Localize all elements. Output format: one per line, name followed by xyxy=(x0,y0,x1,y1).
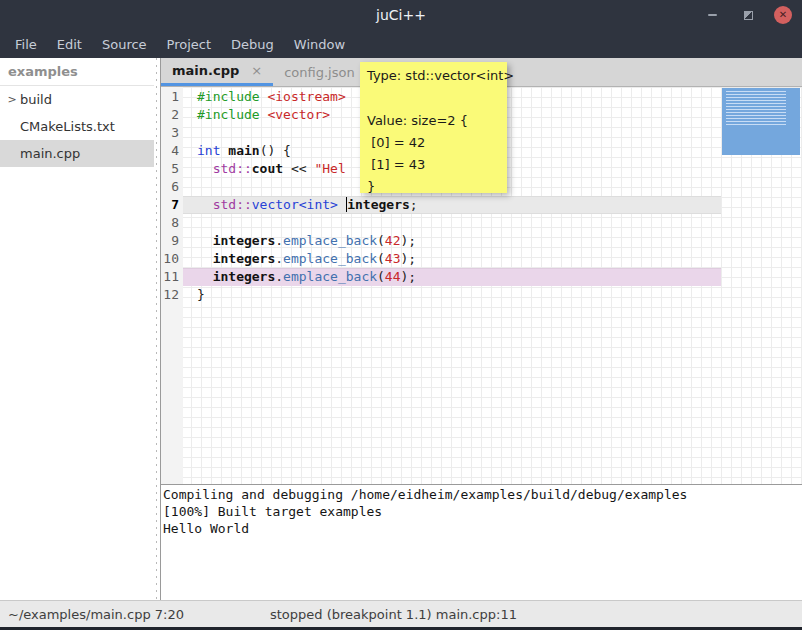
code-token: std xyxy=(213,161,236,176)
code-token: } xyxy=(197,287,205,302)
code-token xyxy=(197,233,213,248)
minimize-icon xyxy=(708,14,717,16)
line-number[interactable]: 4 xyxy=(161,142,183,160)
debug-value-tooltip: Type: std::vector<int> Value: size=2 { [… xyxy=(360,62,507,193)
window-controls: ✕ xyxy=(702,0,792,30)
code-text: } xyxy=(183,286,721,304)
line-number[interactable]: 1 xyxy=(161,88,183,106)
code-token: <iostream> xyxy=(267,89,345,104)
code-token: vector<int> xyxy=(252,197,338,212)
code-token: integers xyxy=(213,233,276,248)
line-number[interactable]: 10 xyxy=(161,250,183,268)
code-token: . xyxy=(275,233,283,248)
code-token xyxy=(197,251,213,266)
status-debug-state: stopped (breakpoint 1.1) main.cpp:11 xyxy=(270,607,517,622)
menu-item-debug[interactable]: Debug xyxy=(221,33,284,56)
sidebar-item-label: CMakeLists.txt xyxy=(20,119,115,134)
code-text: std::vector<int> integers; xyxy=(183,196,721,214)
code-line: 11 integers.emplace_back(44); xyxy=(161,268,802,286)
code-token: :: xyxy=(236,161,252,176)
code-token: int xyxy=(197,143,220,158)
code-token: "Hel xyxy=(314,161,345,176)
menu-item-file[interactable]: File xyxy=(5,33,47,56)
sidebar-item-label: build xyxy=(20,92,52,107)
tab-close-icon[interactable]: × xyxy=(251,63,262,78)
line-number[interactable]: 12 xyxy=(161,286,183,304)
sidebar-item-cmakelists-txt[interactable]: CMakeLists.txt xyxy=(0,113,154,140)
minimap-viewport[interactable] xyxy=(722,88,800,155)
tooltip-value-block: Value: size=2 { [0] = 42 [1] = 43 } xyxy=(367,110,502,198)
output-line: [100%] Built target examples xyxy=(163,503,802,520)
output-line: Hello World xyxy=(163,520,802,537)
code-token: integers xyxy=(213,251,276,266)
code-token: emplace_back xyxy=(283,251,377,266)
menubar: FileEditSourceProjectDebugWindow xyxy=(0,30,802,58)
code-line: 7 std::vector<int> integers; xyxy=(161,196,802,214)
line-number[interactable]: 9 xyxy=(161,232,183,250)
code-token: ); xyxy=(401,233,417,248)
code-token: . xyxy=(275,269,283,284)
code-token: main xyxy=(228,143,259,158)
line-number[interactable]: 6 xyxy=(161,178,183,196)
code-text: integers.emplace_back(44); xyxy=(183,268,721,286)
sidebar-item-label: main.cpp xyxy=(20,146,80,161)
line-number[interactable]: 3 xyxy=(161,124,183,142)
code-token: () { xyxy=(260,143,291,158)
menu-item-project[interactable]: Project xyxy=(157,33,221,56)
code-line: 9 integers.emplace_back(42); xyxy=(161,232,802,250)
code-token: integers xyxy=(213,269,276,284)
restore-button[interactable] xyxy=(738,5,758,25)
menu-item-source[interactable]: Source xyxy=(92,33,157,56)
code-token: emplace_back xyxy=(283,269,377,284)
sidebar-item-build[interactable]: >build xyxy=(0,86,154,113)
code-token: 43 xyxy=(385,251,401,266)
output-panel[interactable]: Compiling and debugging /home/eidheim/ex… xyxy=(161,485,802,600)
titlebar: juCi++ ✕ xyxy=(0,0,802,30)
file-tree-sidebar: examples >buildCMakeLists.txtmain.cpp xyxy=(0,58,154,600)
line-number[interactable]: 5 xyxy=(161,160,183,178)
expander-icon[interactable]: > xyxy=(4,93,20,106)
code-line: 8 xyxy=(161,214,802,232)
code-token: ( xyxy=(377,251,385,266)
line-number[interactable]: 2 xyxy=(161,106,183,124)
code-token: :: xyxy=(236,197,252,212)
code-token: cout xyxy=(252,161,283,176)
code-token: ( xyxy=(377,233,385,248)
code-token: <vector> xyxy=(267,107,330,122)
code-token: 44 xyxy=(385,269,401,284)
tab-config-json[interactable]: config.json xyxy=(273,58,366,86)
menu-item-edit[interactable]: Edit xyxy=(47,33,92,56)
pane-divider[interactable] xyxy=(154,58,160,600)
code-token xyxy=(197,269,213,284)
project-name-label: examples xyxy=(0,58,154,86)
code-token xyxy=(197,197,213,212)
code-token: emplace_back xyxy=(283,233,377,248)
tab-label: config.json xyxy=(284,65,355,80)
code-text xyxy=(183,214,721,232)
restore-icon xyxy=(744,11,753,20)
sidebar-item-main-cpp[interactable]: main.cpp xyxy=(0,140,154,167)
line-number[interactable]: 8 xyxy=(161,214,183,232)
code-text: integers.emplace_back(42); xyxy=(183,232,721,250)
code-token: integers xyxy=(347,197,410,212)
app-window: juCi++ ✕ FileEditSourceProjectDebugWindo… xyxy=(0,0,802,630)
tab-label: main.cpp xyxy=(172,63,239,78)
code-token xyxy=(197,161,213,176)
code-token: ); xyxy=(401,269,417,284)
output-line: Compiling and debugging /home/eidheim/ex… xyxy=(163,486,802,503)
line-number[interactable]: 7 xyxy=(161,196,183,214)
code-token: std xyxy=(213,197,236,212)
close-button[interactable]: ✕ xyxy=(774,6,792,24)
close-icon: ✕ xyxy=(779,10,787,20)
code-token xyxy=(338,197,346,212)
minimize-button[interactable] xyxy=(702,5,722,25)
tooltip-type-line: Type: std::vector<int> xyxy=(367,68,502,83)
code-token: . xyxy=(275,251,283,266)
code-token: ; xyxy=(410,197,418,212)
minimap-code-preview xyxy=(726,91,786,127)
tab-main-cpp[interactable]: main.cpp× xyxy=(161,58,273,86)
code-token: #include xyxy=(197,107,260,122)
line-number[interactable]: 11 xyxy=(161,268,183,286)
menu-item-window[interactable]: Window xyxy=(284,33,355,56)
code-token: ); xyxy=(401,251,417,266)
